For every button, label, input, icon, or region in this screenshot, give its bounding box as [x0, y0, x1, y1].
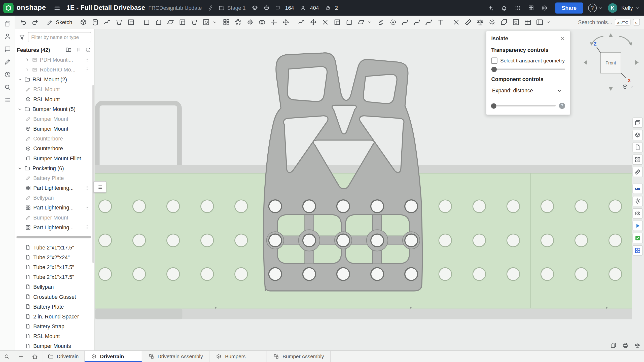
feature-counterbore[interactable]: Counterbore — [15, 143, 94, 153]
feature-rsl-mount[interactable]: RSL Mount — [15, 94, 94, 104]
close-icon[interactable] — [560, 36, 565, 41]
part-crosstube-gusset[interactable]: Crosstube Gusset — [15, 292, 94, 302]
tool-loft-icon[interactable] — [113, 17, 125, 28]
tool-variable-icon[interactable] — [450, 17, 462, 28]
view-cube-menu[interactable] — [622, 83, 634, 90]
transparency-slider-thumb[interactable] — [491, 66, 497, 72]
link-icon[interactable] — [207, 5, 213, 11]
home-tab-button[interactable] — [28, 351, 42, 362]
chevron-down-icon[interactable] — [16, 166, 23, 170]
sketch-button[interactable]: Sketch — [43, 17, 76, 27]
help-icon[interactable]: ? — [559, 103, 565, 109]
feature-bumper-mount[interactable]: Bumper Mount — [15, 114, 94, 124]
tool-thicken-icon[interactable] — [125, 17, 137, 28]
tool-plane-icon[interactable] — [355, 17, 367, 28]
help-button[interactable]: ? — [588, 4, 597, 12]
search-tools[interactable]: Search tools... alt/⌥ c — [578, 19, 644, 25]
part-tube-2-x1-x17-5[interactable]: Tube 2"x1"x17.5" — [15, 272, 94, 282]
tool-offset-surface-icon[interactable] — [296, 17, 307, 28]
tool-chamfer-icon[interactable] — [153, 17, 164, 28]
onshape-logo-icon[interactable] — [3, 3, 14, 13]
part-2-in-round-spacer[interactable]: 2 in. Round Spacer — [15, 311, 94, 321]
part-battery-strap[interactable]: Battery Strap — [15, 321, 94, 331]
learning-center-icon[interactable] — [252, 4, 259, 11]
tool-point-icon[interactable] — [387, 17, 399, 28]
tool-linear-pattern-icon[interactable] — [221, 17, 232, 28]
tab-bumper-assembly[interactable]: Bumper Assembly — [267, 351, 330, 362]
part-battery-plate[interactable]: Battery Plate — [15, 302, 94, 311]
tool-bridging-curve-icon[interactable] — [411, 17, 423, 28]
feature-part-lightening[interactable]: Part Lightening... — [15, 222, 94, 232]
filter-icon[interactable] — [18, 34, 25, 41]
integrations-icon[interactable] — [541, 4, 548, 11]
tool-rib-icon[interactable] — [188, 17, 200, 28]
tool-text-icon[interactable] — [435, 17, 447, 28]
part-tube-2-x1-x17-5[interactable]: Tube 2"x1"x17.5" — [15, 262, 94, 272]
simulation-app-icon[interactable] — [632, 233, 643, 243]
folder-breadcrumb[interactable]: Drivetrain — [42, 351, 84, 362]
undo-button[interactable] — [17, 17, 29, 28]
tool-transform-icon[interactable] — [280, 17, 292, 28]
tool-frames-icon[interactable] — [510, 17, 522, 28]
tool-sheet-metal-icon[interactable] — [498, 17, 510, 28]
create-folder-icon[interactable] — [65, 46, 72, 53]
cam-app-icon[interactable] — [632, 221, 643, 231]
boolean-app-icon[interactable] — [632, 208, 643, 219]
tool-delete-face-icon[interactable] — [319, 17, 331, 28]
tool-mass-properties-icon[interactable] — [474, 17, 486, 28]
comments-icon[interactable] — [1, 43, 14, 56]
tab-bumpers[interactable]: Bumpers — [209, 351, 267, 362]
feature-battery-plate[interactable]: Battery Plate — [15, 173, 94, 183]
feature-pdh-mounti[interactable]: PDH Mounti... — [15, 55, 94, 64]
row-menu-icon[interactable] — [84, 224, 90, 230]
panel-splitter[interactable] — [16, 236, 91, 238]
tool-hole-icon[interactable] — [200, 17, 212, 28]
feature-rsl-mount-2[interactable]: RSL Mount (2) — [15, 74, 94, 84]
apps-pattern-icon[interactable] — [632, 155, 643, 165]
apps-drawing-icon[interactable] — [632, 142, 643, 153]
tool-modify-fillet-icon[interactable] — [343, 17, 355, 28]
window-tiles-icon[interactable] — [528, 5, 534, 11]
expand-slider-thumb[interactable] — [491, 103, 496, 108]
tool-helix-icon[interactable] — [375, 17, 387, 28]
gear-app-icon[interactable] — [632, 196, 643, 206]
row-menu-icon[interactable] — [84, 205, 90, 210]
notes-icon[interactable] — [1, 55, 14, 68]
feature-bumper-mount[interactable]: Bumper Mount — [15, 212, 94, 222]
tool-measure-icon[interactable] — [462, 17, 474, 28]
tool-custom-table-icon[interactable] — [522, 17, 534, 28]
tool-shell-icon[interactable] — [176, 17, 188, 28]
tool-split-icon[interactable] — [268, 17, 280, 28]
redo-button[interactable] — [29, 17, 41, 28]
rollback-bar-icon[interactable] — [76, 47, 81, 53]
dropdown-caret-icon[interactable] — [367, 20, 372, 25]
feature-pocketing-6[interactable]: Pocketing (6) — [15, 163, 94, 173]
dropdown-caret-icon[interactable] — [212, 20, 217, 25]
workspace-label[interactable]: Stage 1 — [227, 5, 246, 11]
feature-roborio-mo[interactable]: RoboRIO Mo... — [15, 64, 94, 74]
tool-composite-curve-icon[interactable] — [423, 17, 435, 28]
copies-stat[interactable]: 164 — [272, 5, 294, 11]
feature-part-lightening[interactable]: Part Lightening... — [15, 203, 94, 212]
add-tab-button[interactable] — [14, 351, 28, 362]
part-tube-2-x2-x24[interactable]: Tube 2"x2"x24" — [15, 252, 94, 262]
chevron-right-icon[interactable] — [24, 67, 30, 72]
row-menu-icon[interactable] — [84, 185, 90, 191]
tool-sweep-icon[interactable] — [101, 17, 113, 28]
user-menu-caret-icon[interactable] — [635, 6, 640, 10]
chevron-down-icon[interactable] — [16, 107, 23, 111]
filter-input[interactable] — [28, 32, 91, 42]
expand-dropdown[interactable]: Expand: distance — [491, 87, 563, 96]
apps-3d-icon[interactable] — [632, 130, 643, 140]
split-view-app-icon[interactable] — [632, 245, 643, 256]
tool-circular-pattern-icon[interactable] — [232, 17, 244, 28]
notifications-icon[interactable] — [500, 4, 508, 11]
feature-bellypan[interactable]: Bellypan — [15, 193, 94, 203]
ai-assistant-icon[interactable] — [487, 4, 494, 11]
tab-drivetrain-assembly[interactable]: Drivetrain Assembly — [142, 351, 209, 362]
tool-fillet-icon[interactable] — [141, 17, 153, 28]
part-tube-2-x1-x17-5[interactable]: Tube 2"x1"x17.5" — [15, 242, 94, 252]
user-avatar[interactable]: K — [608, 3, 617, 13]
tool-extrude-icon[interactable] — [78, 17, 89, 28]
tool-boolean-icon[interactable] — [256, 17, 268, 28]
